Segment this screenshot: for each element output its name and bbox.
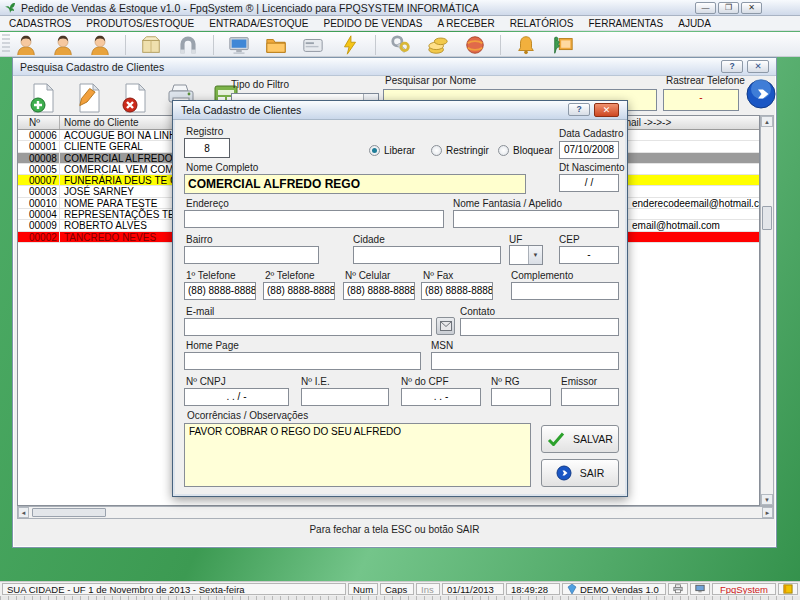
rg-field[interactable] — [491, 388, 551, 406]
radio-bloquear-dot[interactable] — [498, 145, 509, 156]
coins-icon[interactable] — [426, 34, 450, 57]
search-go-button[interactable] — [745, 78, 777, 110]
bairro-field[interactable] — [184, 246, 319, 264]
cell-number: 00003 — [29, 186, 57, 197]
dialog-title-bar[interactable]: Tela Cadastro de Clientes ? ✕ — [173, 101, 627, 120]
flag-icon[interactable] — [551, 34, 575, 57]
radio-restringir-dot[interactable] — [431, 145, 442, 156]
monitor-icon[interactable] — [227, 34, 251, 57]
package-icon[interactable] — [139, 34, 163, 57]
cidade-label: Cidade — [353, 234, 385, 245]
cell-name: ACOUGUE BOI NA LINHA — [64, 130, 183, 141]
close-window-button[interactable]: ✕ — [747, 60, 769, 73]
col-number: Nº — [29, 117, 40, 128]
tel1-field[interactable]: (88) 8888-8888 — [184, 282, 256, 300]
menu-pedido-de-vendas[interactable]: PEDIDO DE VENDAS — [324, 18, 423, 29]
scroll-left-icon[interactable]: ◄ — [18, 507, 29, 518]
person-3-icon[interactable] — [88, 34, 112, 57]
exit-button[interactable]: SAIR — [541, 459, 619, 487]
scroll-right-icon[interactable]: ► — [762, 507, 773, 518]
keys-icon[interactable] — [389, 34, 413, 57]
obs-textarea[interactable]: FAVOR COBRAR O REGO DO SEU ALFREDO — [184, 423, 531, 487]
send-email-button[interactable] — [436, 317, 455, 335]
menu-produtos-estoque[interactable]: PRODUTOS/ESTOQUE — [86, 18, 194, 29]
menu-cadastros[interactable]: CADASTROS — [9, 18, 71, 29]
scroll-up-icon[interactable]: ▲ — [761, 116, 773, 127]
cell-number: 00008 — [29, 153, 57, 164]
fax-field[interactable]: (88) 8888-8888 — [421, 282, 493, 300]
horizontal-scroll-thumb[interactable] — [32, 508, 106, 517]
dt-nascimento-field[interactable]: / / — [559, 174, 619, 192]
trace-phone-label: Rastrear Telefone — [666, 75, 745, 86]
close-button[interactable]: ✕ — [741, 2, 762, 14]
scroll-down-icon[interactable]: ▼ — [761, 494, 773, 505]
ie-field[interactable] — [301, 388, 389, 406]
cell-number: 00005 — [29, 164, 57, 175]
card-icon[interactable] — [301, 34, 325, 57]
menu-ajuda[interactable]: AJUDA — [678, 18, 711, 29]
menu-relat-rios[interactable]: RELATÓRIOS — [510, 18, 574, 29]
tel2-field[interactable]: (88) 8888-8888 — [263, 282, 335, 300]
homepage-field[interactable] — [184, 352, 421, 370]
globe-icon[interactable] — [463, 34, 487, 57]
edit-record-button[interactable] — [69, 79, 109, 116]
menu-entrada-estoque[interactable]: ENTRADA/ESTOQUE — [209, 18, 308, 29]
search-window-title-bar[interactable]: Pesquisa Cadastro de Clientes ? ✕ — [13, 58, 776, 76]
horizontal-scrollbar[interactable]: ◄ ► — [17, 506, 774, 519]
radio-liberar-dot[interactable] — [369, 145, 380, 156]
cnpj-field[interactable]: . . / - — [184, 388, 289, 406]
dialog-close-button[interactable]: ✕ — [594, 103, 619, 117]
vertical-scroll-thumb[interactable] — [762, 206, 772, 230]
person-1-icon[interactable] — [14, 34, 38, 57]
data-cadastro-field[interactable]: 07/10/2008 — [559, 141, 619, 159]
emissor-field[interactable] — [561, 388, 619, 406]
contato-field[interactable] — [460, 318, 619, 336]
uf-select[interactable]: ▼ — [509, 245, 543, 265]
email-field[interactable] — [184, 318, 432, 336]
uf-chevron-down-icon[interactable]: ▼ — [528, 246, 542, 264]
cell-name: NOME PARA TESTE — [64, 198, 158, 209]
restore-button[interactable]: ❐ — [718, 2, 739, 14]
radio-restringir[interactable]: Restringir — [431, 145, 489, 156]
cpf-field[interactable]: . . - — [401, 388, 481, 406]
trace-phone-input[interactable]: - — [663, 89, 739, 111]
cnpj-label: Nº CNPJ — [186, 376, 226, 387]
add-record-button[interactable] — [23, 79, 63, 116]
bell-icon[interactable] — [514, 34, 538, 57]
gem-icon — [567, 584, 577, 594]
menu-a-receber[interactable]: A RECEBER — [437, 18, 494, 29]
msn-field[interactable] — [431, 352, 619, 370]
status-caps: Caps — [380, 583, 414, 595]
fax-label: Nº Fax — [423, 270, 453, 281]
status-time: 18:49:28 — [506, 583, 560, 595]
person-2-icon[interactable] — [51, 34, 75, 57]
minimize-button[interactable]: — — [695, 2, 716, 14]
help-button[interactable]: ? — [721, 60, 743, 73]
status-monitor[interactable] — [690, 583, 710, 595]
nome-fantasia-field[interactable] — [453, 210, 619, 228]
magnet-icon[interactable] — [176, 34, 200, 57]
status-printer[interactable] — [668, 583, 688, 595]
dialog-help-button[interactable]: ? — [568, 103, 590, 116]
menu-ferramentas[interactable]: FERRAMENTAS — [588, 18, 663, 29]
save-button[interactable]: SALVAR — [541, 425, 619, 453]
celular-field[interactable]: (88) 8888-8888 — [343, 282, 415, 300]
radio-liberar[interactable]: Liberar — [369, 145, 415, 156]
client-register-dialog: Tela Cadastro de Clientes ? ✕ Registro 8… — [172, 100, 628, 497]
folder-icon[interactable] — [264, 34, 288, 57]
clip-icon[interactable] — [338, 34, 362, 57]
status-notebook[interactable] — [778, 583, 798, 595]
radio-bloquear[interactable]: Bloquear — [498, 145, 553, 156]
cep-field[interactable]: - — [559, 246, 619, 264]
toolbar-separator — [125, 35, 126, 55]
delete-record-button[interactable] — [115, 79, 155, 116]
registro-label: Registro — [186, 126, 223, 137]
celular-value: (88) 8888-8888 — [347, 285, 415, 296]
endereco-field[interactable] — [184, 210, 444, 228]
registro-field[interactable]: 8 — [184, 138, 230, 158]
complemento-field[interactable] — [511, 282, 619, 300]
cidade-field[interactable] — [353, 246, 501, 264]
nome-completo-field[interactable]: COMERCIAL ALFREDO REGO — [184, 174, 526, 194]
endereco-label: Endereço — [186, 198, 229, 209]
vertical-scrollbar[interactable]: ▲ ▼ — [760, 115, 774, 506]
